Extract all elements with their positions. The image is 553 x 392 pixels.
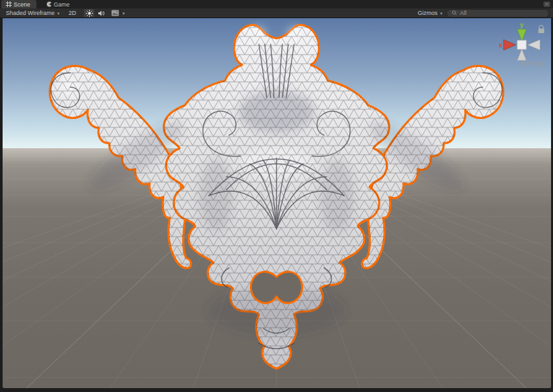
scene-effects-toggle[interactable] [110,9,120,17]
axis-y-label: y [520,21,524,29]
search-input[interactable] [460,10,544,16]
unity-editor-window: { "tabs": [ {"label": "Scene", "active":… [0,0,553,392]
speaker-icon [98,10,105,17]
toggle-2d-button[interactable]: 2D [66,9,79,17]
scene-grid-icon [6,1,12,7]
padlock-icon[interactable] [539,25,545,33]
scene-lighting-toggle[interactable] [84,9,94,17]
scene-audio-toggle[interactable] [96,9,106,17]
scene-render [3,18,551,388]
left-arrow-icon [521,61,525,66]
tab-scene[interactable]: Scene [1,0,36,8]
chevron-down-icon: ▾ [440,11,442,16]
draw-mode-dropdown[interactable]: Shaded Wireframe ▾ [3,9,62,17]
scene-viewport[interactable]: y x Persp [3,18,551,388]
axis-x-label: x [498,42,502,49]
gizmo-center-cube[interactable] [517,40,526,49]
projection-label: Persp [527,60,543,67]
image-icon [111,10,119,16]
scene-toolbar: Shaded Wireframe ▾ 2D ▾ [0,8,553,18]
tab-options-icon[interactable] [543,1,550,7]
projection-toggle[interactable]: Persp [521,60,543,67]
gizmo-x-axis-cone[interactable] [504,40,516,50]
tab-scene-label: Scene [14,1,31,8]
chevron-down-icon: ▾ [57,11,60,16]
gizmos-label: Gizmos [418,10,438,16]
gizmo-y-axis-cone[interactable] [517,29,526,42]
gizmos-dropdown[interactable]: Gizmos ▾ [415,9,445,17]
sun-icon [86,10,93,17]
game-icon [46,1,52,7]
draw-mode-label: Shaded Wireframe [6,10,55,16]
tab-game-label: Game [54,1,70,8]
view-tab-bar: Scene Game [0,0,553,8]
gizmo-bottom-cone[interactable] [517,49,526,60]
scene-search-field[interactable] [446,9,549,18]
toggle-2d-label: 2D [69,10,77,16]
search-icon [452,10,458,16]
chevron-down-icon: ▾ [122,11,125,16]
tab-game[interactable]: Game [42,0,76,8]
effects-dropdown[interactable]: ▾ [120,9,126,17]
gizmo-right-cone[interactable] [528,40,540,50]
